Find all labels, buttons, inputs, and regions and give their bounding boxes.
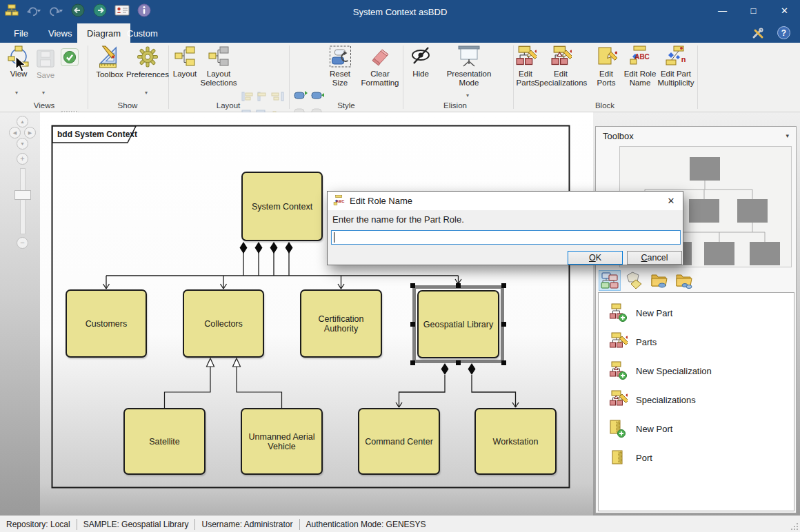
role-name-input-wrap (331, 230, 681, 245)
preferences-dropdown-caret[interactable]: ▾ (145, 90, 148, 96)
block-certification-authority[interactable]: Certification Authority (300, 289, 382, 358)
new-part-icon (608, 303, 628, 323)
pan-up-button[interactable]: ▲ (17, 116, 28, 127)
layout-button[interactable]: Layout (170, 45, 200, 79)
block-satellite[interactable]: Satellite (123, 408, 206, 475)
selection-handle-e[interactable] (501, 322, 506, 327)
toolbox-tab-folder-1[interactable] (648, 270, 670, 291)
zoom-slider-thumb[interactable] (14, 190, 31, 200)
gear-icon (136, 45, 159, 68)
save-button[interactable]: Save (32, 48, 59, 80)
tool-new-port[interactable]: New Port (599, 416, 794, 442)
redo-button[interactable] (48, 3, 63, 18)
edit-ports-icon (595, 45, 617, 68)
edit-specializations-icon (550, 45, 572, 68)
edit-role-name-dialog: ABC Edit Role Name ✕ Enter the name for … (327, 191, 683, 265)
title-bar: System Context asBDD — □ ✕ (0, 0, 800, 23)
hide-button[interactable]: Hide (408, 45, 433, 79)
layout-selections-button[interactable]: Layout Selections (199, 45, 239, 88)
selection-handle-se[interactable] (501, 360, 506, 365)
minimize-button[interactable]: — (707, 0, 738, 21)
toolbox-tab-shapes[interactable] (623, 270, 646, 291)
cancel-button[interactable]: Cancel (627, 251, 682, 265)
pan-right-button[interactable]: ▶ (24, 127, 36, 139)
toolbox-collapse-caret[interactable]: ▾ (786, 132, 789, 139)
back-button[interactable] (70, 3, 86, 18)
edit-specializations-button[interactable]: Edit Specializations (530, 45, 592, 88)
toolbox-panel-title: Toolbox (603, 131, 634, 141)
zoom-slider-track[interactable] (20, 168, 26, 234)
block-command-center[interactable]: Command Center (358, 408, 440, 475)
reset-size-button[interactable]: Reset Size (324, 45, 356, 88)
edit-part-multiplicity-label: Edit Part Multiplicity (655, 70, 697, 88)
clear-formatting-button[interactable]: Clear Formatting (357, 45, 403, 88)
zoom-out-button[interactable]: − (17, 237, 28, 249)
toolbox-panel: Toolbox ▾ New Part (595, 126, 797, 513)
preferences-button[interactable]: Preferences (126, 45, 170, 79)
undo-button[interactable] (26, 3, 41, 18)
tool-port[interactable]: Port (599, 444, 794, 471)
info-button[interactable] (137, 3, 152, 18)
selection-handle-sw[interactable] (410, 360, 415, 365)
tools-icon[interactable] (752, 27, 764, 42)
selection-handle-w[interactable] (410, 322, 415, 327)
zoom-in-button[interactable]: + (17, 153, 28, 165)
block-geospatial-library[interactable]: Geospatial Library (417, 290, 499, 358)
selection-handle-s[interactable] (456, 360, 461, 365)
status-bar: Repository: Local SAMPLE: Geospatial Lib… (0, 515, 800, 532)
edit-role-name-button[interactable]: ABC Edit Role Name (621, 45, 659, 88)
tool-new-specialization[interactable]: New Specialization (599, 358, 794, 384)
pan-left-button[interactable]: ◀ (9, 127, 21, 139)
block-workstation[interactable]: Workstation (474, 408, 557, 475)
toolbox-tab-strip (599, 270, 695, 291)
toolbox-panel-header[interactable]: Toolbox ▾ (596, 127, 796, 145)
status-project: SAMPLE: Geospatial Library (77, 520, 195, 529)
hide-label: Hide (412, 70, 429, 79)
block-collectors[interactable]: Collectors (183, 289, 264, 358)
maximize-button[interactable]: □ (738, 0, 769, 21)
resize-grip[interactable] (790, 522, 799, 531)
view-dropdown-caret[interactable]: ▾ (15, 90, 18, 96)
block-customers[interactable]: Customers (66, 289, 147, 358)
tab-custom[interactable]: Custom (117, 23, 168, 43)
edit-part-multiplicity-button[interactable]: n Edit Part Multiplicity (655, 45, 697, 88)
block-system-context[interactable]: System Context (241, 172, 323, 241)
pan-down-button[interactable]: ▼ (17, 138, 28, 150)
group-label-block: Block (567, 101, 643, 110)
edit-ports-button[interactable]: Edit Ports (592, 45, 621, 88)
dialog-close-button[interactable]: ✕ (659, 192, 683, 210)
presentation-mode-button[interactable]: Presentation Mode (436, 45, 502, 88)
presentation-dropdown-caret[interactable]: ▾ (466, 92, 469, 99)
tab-views[interactable]: Views (39, 23, 81, 43)
confirm-button[interactable] (61, 48, 79, 66)
presentation-screen-icon (457, 45, 481, 68)
help-button[interactable]: ? (777, 26, 790, 39)
status-auth-mode: Authentication Mode: GENESYS (300, 520, 432, 529)
svg-text:ABC: ABC (336, 199, 345, 203)
block-unmanned-aerial-vehicle[interactable]: Unmanned Aerial Vehicle (241, 408, 323, 475)
ok-button[interactable]: OK (568, 251, 623, 265)
save-dropdown-caret[interactable]: ▾ (42, 90, 45, 96)
group-label-elision: Elision (417, 101, 493, 110)
ribbon-divider (289, 45, 290, 109)
app-logo-icon (4, 3, 19, 18)
view-button[interactable]: View (4, 45, 33, 79)
contact-card-icon[interactable] (114, 3, 130, 18)
toolbox-tab-folder-2[interactable] (673, 270, 695, 291)
ribbon-divider (697, 45, 698, 109)
toolbox-tab-blocks[interactable] (599, 270, 621, 291)
tool-specializations[interactable]: Specializations (599, 387, 794, 413)
check-icon (63, 50, 77, 64)
tool-new-part[interactable]: New Part (599, 300, 794, 326)
role-name-input[interactable] (331, 230, 681, 245)
close-button[interactable]: ✕ (769, 0, 800, 21)
toolbox-button[interactable]: Toolbox (90, 45, 130, 79)
layout-icon (173, 45, 197, 68)
tab-file[interactable]: File (4, 23, 38, 43)
tool-parts[interactable]: Parts (599, 329, 794, 355)
selection-handle-nw[interactable] (410, 283, 415, 288)
selection-handle-ne[interactable] (501, 283, 506, 288)
clear-formatting-label: Clear Formatting (357, 70, 403, 88)
selection-handle-n[interactable] (456, 283, 461, 288)
forward-button[interactable] (92, 3, 108, 18)
